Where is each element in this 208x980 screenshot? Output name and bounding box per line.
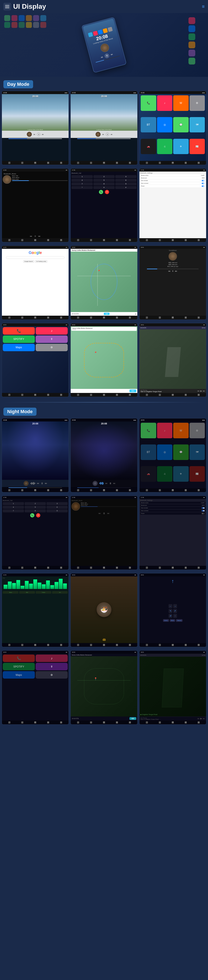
night-cp2-music[interactable]: ♪ xyxy=(36,655,68,662)
b6-settings[interactable]: ⚙ xyxy=(198,239,200,241)
cp2-phone[interactable]: 📞 xyxy=(3,327,35,335)
bottom-icon-settings[interactable]: ⚙ xyxy=(60,162,62,164)
auto-answer-toggle[interactable] xyxy=(202,180,205,181)
cp2-podcast[interactable]: 🎙 xyxy=(36,336,68,343)
b9-nav[interactable]: 🗺 xyxy=(172,317,174,319)
b16-apps[interactable]: ⊞ xyxy=(47,566,49,569)
b20-apps[interactable]: ⊞ xyxy=(116,644,118,646)
bt2-settings[interactable]: ⚙ xyxy=(129,162,131,164)
b5-nav[interactable]: 🗺 xyxy=(103,239,105,241)
b13-settings[interactable]: ⚙ xyxy=(60,489,62,491)
call-end[interactable]: ✕ xyxy=(105,190,109,194)
b7-nav[interactable]: 🗺 xyxy=(34,317,36,319)
b5-phone[interactable]: 📞 xyxy=(77,239,79,241)
night-app-maps[interactable]: 🗺 xyxy=(189,444,205,460)
b17-music[interactable]: ♪ xyxy=(90,566,92,569)
night-go-btn[interactable]: GO xyxy=(129,717,136,720)
call-accept[interactable]: 📞 xyxy=(99,190,103,194)
b18-nav[interactable]: 🗺 xyxy=(172,566,174,569)
b6-music[interactable]: ♪ xyxy=(159,239,161,241)
b24-phone[interactable]: 📞 xyxy=(146,721,148,724)
night-dial-1[interactable]: 1 xyxy=(3,502,24,505)
night-dial-2[interactable]: 2 xyxy=(25,502,46,505)
b18-settings[interactable]: ⚙ xyxy=(198,566,200,569)
nav-work-btn[interactable]: Work xyxy=(170,619,175,622)
night-dial-8[interactable]: 8 xyxy=(25,509,46,512)
night-app-car[interactable]: 🚗 xyxy=(141,466,156,482)
b17-apps[interactable]: ⊞ xyxy=(116,566,118,569)
app-carplay[interactable]: 🚗 xyxy=(141,139,156,154)
app-spotify[interactable]: ♫ xyxy=(157,139,173,154)
night-bt-pause[interactable]: ⏸ xyxy=(103,512,105,515)
b12-nav[interactable]: 🗺 xyxy=(172,394,174,396)
menu-icon[interactable] xyxy=(3,3,11,10)
b6-apps[interactable]: ⊞ xyxy=(184,239,187,241)
night-dial-4[interactable]: 4 xyxy=(3,506,24,509)
google-search-btn[interactable]: Google Search xyxy=(23,260,34,262)
eq-btn-1[interactable]: Bass xyxy=(3,591,19,593)
b24-settings[interactable]: ⚙ xyxy=(198,721,200,724)
b24-nav[interactable]: 🗺 xyxy=(172,721,174,724)
b21-settings[interactable]: ⚙ xyxy=(198,644,200,646)
b10-nav[interactable]: 🗺 xyxy=(34,394,36,396)
b16-phone[interactable]: 📞 xyxy=(8,566,10,569)
b10-settings[interactable]: ⚙ xyxy=(60,394,62,396)
b10-phone[interactable]: 📞 xyxy=(8,394,10,396)
dial-2[interactable]: 2 xyxy=(93,175,115,178)
night-auto-answer-toggle[interactable] xyxy=(202,507,205,509)
night-ctrl-pause[interactable]: ⏸ xyxy=(41,482,43,485)
night-ctrl-prev[interactable]: ⏮ xyxy=(37,482,39,484)
b11-apps[interactable]: ⊞ xyxy=(116,394,118,396)
b13-phone[interactable]: 📞 xyxy=(8,489,10,491)
b11-settings[interactable]: ⚙ xyxy=(129,394,131,396)
night-cp2-podcast[interactable]: 🎙 xyxy=(36,663,68,670)
night-app-messages[interactable]: 💬 xyxy=(173,444,189,460)
cp-nav[interactable]: 🗺 xyxy=(172,162,174,164)
b13-apps[interactable]: ⊞ xyxy=(47,489,49,491)
night-cp2-spotify[interactable]: SPOTIFY xyxy=(3,663,35,670)
b21-apps[interactable]: ⊞ xyxy=(184,644,187,646)
dial-4[interactable]: 4 xyxy=(71,179,93,182)
b19-settings[interactable]: ⚙ xyxy=(60,644,62,646)
b23-apps[interactable]: ⊞ xyxy=(116,721,118,724)
b8-settings[interactable]: ⚙ xyxy=(129,317,131,319)
b14-phone[interactable]: 📞 xyxy=(77,489,79,491)
dial-7[interactable]: 7 xyxy=(71,183,93,185)
b22-music[interactable]: ♪ xyxy=(21,721,24,724)
b22-phone[interactable]: 📞 xyxy=(8,721,10,724)
b15-nav[interactable]: 🗺 xyxy=(172,489,174,491)
bottom-icon-nav[interactable]: 🗺 xyxy=(34,162,36,164)
night-cp2-phone[interactable]: 📞 xyxy=(3,655,35,662)
b19-apps[interactable]: ⊞ xyxy=(47,644,49,646)
app-bt[interactable]: BT xyxy=(141,117,156,133)
dial-9[interactable]: 9 xyxy=(115,183,137,185)
b20-settings[interactable]: ⚙ xyxy=(129,644,131,646)
b12-music[interactable]: ♪ xyxy=(159,394,161,396)
dial-0[interactable]: 0 xyxy=(93,186,115,189)
b21-nav[interactable]: 🗺 xyxy=(172,644,174,646)
b6-nav[interactable]: 🗺 xyxy=(172,239,174,241)
b22-settings[interactable]: ⚙ xyxy=(60,721,62,724)
night-cp2-settings[interactable]: ⚙ xyxy=(36,671,68,679)
bt2-phone[interactable]: 📞 xyxy=(77,162,79,164)
dial-6[interactable]: 6 xyxy=(115,179,137,182)
cp-apps[interactable]: ⊞ xyxy=(184,162,187,164)
cp-music[interactable]: ♪ xyxy=(159,162,161,164)
nav-home-btn[interactable]: Home xyxy=(163,619,169,622)
bottom-icon-phone[interactable]: 📞 xyxy=(8,162,10,164)
nav-music-prev[interactable]: ⏮ xyxy=(197,390,200,392)
night-app-waze[interactable]: W xyxy=(173,423,189,438)
b10-music[interactable]: ♪ xyxy=(21,394,24,396)
night-nav-prev[interactable]: ⏮ xyxy=(197,718,200,720)
night-app-settings[interactable]: ⚙ xyxy=(189,423,205,438)
cp2-maps[interactable]: Maps xyxy=(3,344,35,351)
b15-apps[interactable]: ⊞ xyxy=(184,489,187,491)
night-app-phone[interactable]: 📞 xyxy=(141,423,156,438)
b9-apps[interactable]: ⊞ xyxy=(184,317,187,319)
b11-phone[interactable]: 📞 xyxy=(77,394,79,396)
night-app-music[interactable]: ♪ xyxy=(157,423,173,438)
auto-connect-toggle[interactable] xyxy=(202,183,205,184)
b23-music[interactable]: ♪ xyxy=(90,721,92,724)
app-news[interactable]: 📰 xyxy=(189,139,205,154)
night2-pause[interactable]: ⏸ xyxy=(109,482,112,485)
